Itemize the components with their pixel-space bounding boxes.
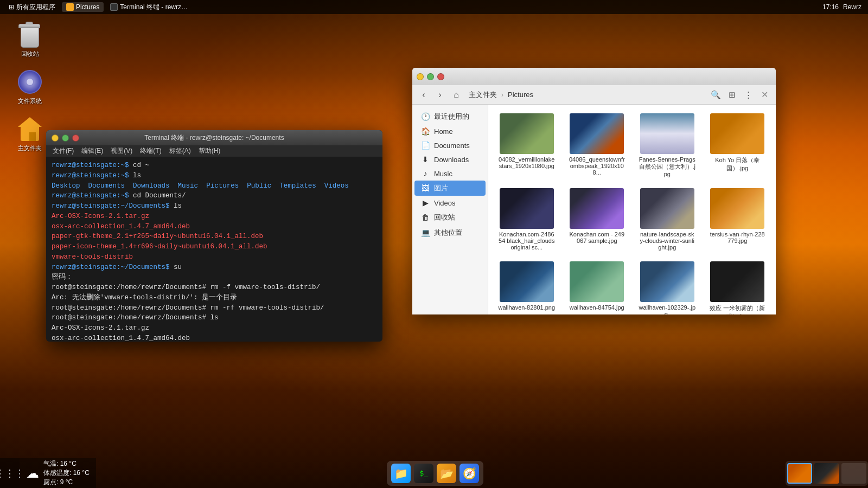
sidebar-item-other[interactable]: 💻 其他位置 — [414, 225, 486, 240]
terminal-maximize-btn[interactable] — [62, 134, 69, 142]
terminal-menu-tabs[interactable]: 标签(A) — [166, 145, 194, 157]
fm-thumbnail — [500, 261, 554, 302]
desktop-icons: 回收站 文件系统 主文件夹 — [11, 22, 49, 152]
terminal-line: Arc: 无法删除'vmware-tools-distrib/': 是一个目录 — [52, 293, 377, 303]
fm-grid-item[interactable]: tersius-van-rhyn-228779.jpg — [705, 185, 771, 254]
desktop-icon-filesystem[interactable]: 文件系统 — [11, 69, 49, 105]
terminal-title: Terminal 终端 - rewrz@steinsgate: ~/Docume… — [144, 133, 284, 143]
fm-close-window-btn[interactable]: ✕ — [757, 88, 771, 102]
fm-search-btn[interactable]: 🔍 — [709, 88, 723, 102]
weather-info: 气温: 16 °C 体感温度: 16 °C 露点: 9 °C — [43, 459, 90, 487]
sidebar-item-downloads[interactable]: ⬇ Downloads — [414, 152, 486, 166]
fm-thumbnail — [710, 113, 764, 154]
fm-item-label: Fanes-Sennes-Prags 自然公园（意大利）.jpg — [639, 156, 695, 177]
taskbar-app-terminal[interactable]: Terminal 终端 - rewrz… — [106, 2, 192, 13]
fm-item-label: nature-landscape-sky-clouds-winter-sunli… — [639, 231, 695, 251]
taskbar-time: 17:16 — [822, 3, 839, 11]
dock-folder-icon: 📂 — [440, 467, 454, 480]
taskbar-thumb-3[interactable] — [841, 463, 866, 484]
fm-grid-item[interactable]: 04082_vermillionlakestars_1920x1080.jpg — [494, 110, 560, 181]
fm-grid-item[interactable]: Fanes-Sennes-Prags 自然公园（意大利）.jpg — [634, 110, 700, 181]
home-sidebar-icon: 🏠 — [421, 127, 430, 136]
terminal-line: vmware-tools-distrib — [52, 252, 377, 262]
terminal-line: 密码： — [52, 272, 377, 282]
fm-breadcrumb-home[interactable]: 主文件夹 — [465, 89, 500, 101]
filesystem-icon-container — [17, 69, 43, 95]
fm-item-label: Konachan.com-248654 black_hair_clouds or… — [498, 231, 555, 251]
dock-files-btn[interactable]: 📁 — [391, 464, 411, 483]
terminal-close-btn[interactable] — [72, 134, 79, 142]
sidebar-item-music[interactable]: ♪ Music — [414, 166, 486, 181]
taskbar-thumb-2[interactable] — [814, 463, 839, 484]
fm-toolbar: ‹ › ⌂ 主文件夹 › Pictures 🔍 ⊞ ⋮ ✕ — [412, 85, 776, 105]
terminal-menu-help[interactable]: 帮助(H) — [195, 145, 224, 157]
sidebar-item-pictures-label: 图片 — [434, 183, 448, 193]
dock-folder-btn[interactable]: 📂 — [437, 464, 456, 483]
taskbar-user: Rewrz — [843, 3, 861, 11]
fm-thumbnail — [640, 188, 694, 229]
fm-view-btn[interactable]: ⊞ — [725, 88, 739, 102]
fm-content[interactable]: 04082_vermillionlakestars_1920x1080.jpg0… — [488, 105, 776, 314]
desktop-icon-home[interactable]: 主文件夹 — [11, 116, 49, 152]
home-door — [29, 132, 36, 141]
sidebar-item-home[interactable]: 🏠 Home — [414, 124, 486, 138]
fm-close-btn[interactable] — [437, 73, 444, 80]
fm-breadcrumb-pictures[interactable]: Pictures — [505, 89, 537, 100]
apps-button[interactable]: ⋮⋮⋮ — [0, 458, 20, 488]
terminal-window-buttons — [52, 134, 79, 142]
filemanager-window: ‹ › ⌂ 主文件夹 › Pictures 🔍 ⊞ ⋮ ✕ 🕐 最近使用的 🏠 … — [412, 68, 776, 314]
terminal-minimize-btn[interactable] — [52, 134, 59, 142]
fm-grid-item[interactable]: Konachan.com-248654 black_hair_clouds or… — [494, 185, 560, 254]
fm-back-btn[interactable]: ‹ — [417, 88, 431, 102]
sidebar-item-trash[interactable]: 🗑 回收站 — [414, 210, 486, 225]
music-icon: ♪ — [421, 169, 430, 178]
fm-grid-item[interactable]: wallhaven-102329-.jpg- — [634, 258, 700, 314]
dock-browser-btn[interactable]: 🧭 — [459, 464, 479, 483]
taskbar-app-terminal-label: Terminal 终端 - rewrz… — [120, 3, 188, 12]
taskbar-thumb-1[interactable] — [787, 463, 812, 484]
fm-grid-item[interactable]: 04086_queenstownfrombspeak_1920x108... — [564, 110, 630, 181]
fm-grid-item[interactable]: Konachan.com - 249067 sample.jpg — [564, 185, 630, 254]
terminal-line: Arc-OSX-Icons-2.1.tar.gz — [52, 211, 377, 222]
taskbar-all-apps[interactable]: ⊞ 所有应用程序 — [4, 2, 60, 13]
terminal-content[interactable]: rewrz@steinsgate:~$ cd ~rewrz@steinsgate… — [46, 157, 382, 342]
fm-menu-btn[interactable]: ⋮ — [741, 88, 755, 102]
trash-icon — [18, 22, 41, 48]
fm-grid-item[interactable]: nature-landscape-sky-clouds-winter-sunli… — [634, 185, 700, 254]
fm-grid-item[interactable]: 效应 一米初雾的（新或）.jpg — [705, 258, 771, 314]
sidebar-item-home-label: Home — [434, 127, 453, 136]
sidebar-item-videos-label: Videos — [434, 199, 456, 207]
fm-minimize-btn[interactable] — [417, 73, 424, 80]
fm-item-label: wallhaven-84754.jpg — [570, 304, 624, 311]
fm-item-label: wallhaven-102329-.jpg- — [639, 304, 695, 314]
sidebar-item-pictures[interactable]: 🖼 图片 — [414, 181, 486, 196]
fm-maximize-btn[interactable] — [427, 73, 434, 80]
terminal-titlebar: Terminal 终端 - rewrz@steinsgate: ~/Docume… — [46, 130, 382, 145]
terminal-line: rewrz@steinsgate:~$ cd Documents/ — [52, 191, 377, 201]
weather-temp: 气温: 16 °C — [43, 459, 90, 468]
dock-terminal-icon: $_ — [420, 469, 429, 477]
terminal-menu-edit[interactable]: 编辑(E) — [78, 145, 106, 157]
terminal-menu-terminal[interactable]: 终端(T) — [137, 145, 164, 157]
sidebar-item-recent[interactable]: 🕐 最近使用的 — [414, 109, 486, 124]
fm-window-buttons — [417, 73, 444, 80]
weather-dew-point: 露点: 9 °C — [43, 478, 90, 487]
fm-forward-btn[interactable]: › — [433, 88, 447, 102]
terminal-line: paper-gtk-theme_2.1+r265~daily~ubuntu16.… — [52, 232, 377, 242]
fm-grid-item[interactable]: wallhaven-84754.jpg — [564, 258, 630, 314]
fm-grid-item[interactable]: wallhaven-82801.png — [494, 258, 560, 314]
sidebar-item-documents[interactable]: 📄 Documents — [414, 138, 486, 152]
fm-grid-item[interactable]: Koh Yo 日落（泰国）.jpg — [705, 110, 771, 181]
dock-files-icon: 📁 — [394, 467, 408, 480]
fm-body: 🕐 最近使用的 🏠 Home 📄 Documents ⬇ Downloads ♪… — [412, 105, 776, 314]
terminal-line: osx-arc-collection_1.4.7_amd64.deb — [52, 333, 377, 342]
fm-thumbnail — [710, 261, 764, 302]
fm-up-btn[interactable]: ⌂ — [449, 88, 463, 102]
desktop-icon-trash[interactable]: 回收站 — [11, 22, 49, 58]
taskbar-app-pictures[interactable]: Pictures — [62, 2, 104, 12]
terminal-menu-view[interactable]: 视图(V) — [107, 145, 136, 157]
dock-terminal-btn[interactable]: $_ — [414, 464, 433, 483]
sidebar-item-videos[interactable]: ▶ Videos — [414, 196, 486, 210]
pictures-sidebar-icon: 🖼 — [421, 184, 430, 192]
terminal-menu-file[interactable]: 文件(F) — [49, 145, 77, 157]
